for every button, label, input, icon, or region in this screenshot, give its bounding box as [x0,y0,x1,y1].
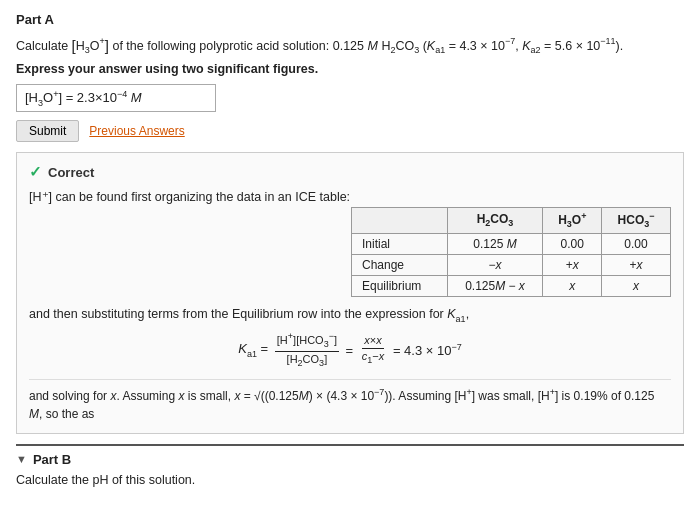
check-icon: ✓ [29,163,42,181]
table-row: Equilibrium 0.125M − x x x [352,275,671,296]
equation-fraction-2: x×x c1−x [360,334,386,366]
submit-button[interactable]: Submit [16,120,79,142]
ice-row-equil-label: Equilibrium [352,275,448,296]
ice-change-hco3: +x [602,254,671,275]
ice-change-h3o: +x [543,254,602,275]
frac2-denominator: c1−x [360,349,386,366]
correct-body: [H⁺] can be found first organizing the d… [29,187,671,207]
equation-fraction-1: [H+][HCO3−] [H2CO3] [275,331,339,369]
ice-col-blank [352,208,448,233]
express-text: Express your answer using two significan… [16,62,684,76]
substituting-text: and then substituting terms from the Equ… [29,307,671,324]
ice-equil-h2co3: 0.125M − x [447,275,543,296]
part-b-question-text: Calculate the pH of this solution. [16,473,684,487]
correct-header: ✓ Correct [29,163,671,181]
ice-equil-h3o: x [543,275,602,296]
ice-row-initial-label: Initial [352,233,448,254]
equation-equals-1: = [342,343,357,358]
part-a-header: Part A [16,12,684,27]
ice-change-h2co3: −x [447,254,543,275]
ice-initial-h2co3: 0.125 M [447,233,543,254]
ice-row-change-label: Change [352,254,448,275]
ice-col-h2co3: H2CO3 [447,208,543,233]
correct-label: Correct [48,165,94,180]
part-b-header-text: Part B [33,452,71,467]
table-row: Change −x +x +x [352,254,671,275]
part-b-label: ▼ Part B [16,444,684,467]
ice-table-container: H2CO3 H3O+ HCO3− Initial 0.125 M 0.00 0.… [29,207,671,296]
ice-col-hco3: HCO3− [602,208,671,233]
correct-section: ✓ Correct [H⁺] can be found first organi… [16,152,684,434]
part-b-section: ▼ Part B Calculate the pH of this soluti… [16,444,684,491]
equation-lhs: Ka1 = [238,341,272,359]
ice-col-h3o: H3O+ [543,208,602,233]
ice-initial-hco3: 0.00 [602,233,671,254]
frac1-denominator: [H2CO3] [285,352,330,369]
solving-text: and solving for x. Assuming x is small, … [29,379,671,423]
ice-equil-hco3: x [602,275,671,296]
table-row: Initial 0.125 M 0.00 0.00 [352,233,671,254]
correct-body-text: [H⁺] can be found first organizing the d… [29,190,350,204]
ice-initial-h3o: 0.00 [543,233,602,254]
equation-result: = 4.3 × 10−7 [389,342,461,358]
previous-answers-link[interactable]: Previous Answers [89,124,184,138]
answer-display: [H3O+] = 2.3×10−4 M [16,84,216,113]
frac2-numerator: x×x [362,334,383,349]
button-row: Submit Previous Answers [16,120,684,142]
arrow-icon: ▼ [16,453,27,465]
frac1-numerator: [H+][HCO3−] [275,331,339,352]
question-text: Calculate [H3O+] of the following polypr… [16,35,684,58]
equation-block: Ka1 = [H+][HCO3−] [H2CO3] = x×x c1−x = 4… [29,331,671,369]
ice-table: H2CO3 H3O+ HCO3− Initial 0.125 M 0.00 0.… [351,207,671,296]
